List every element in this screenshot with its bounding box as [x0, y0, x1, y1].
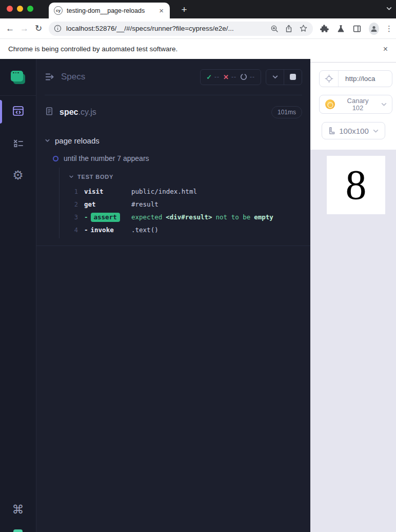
- test-title: until the number 7 appears: [64, 154, 149, 162]
- command-number: 1: [60, 188, 78, 195]
- gear-icon: ⚙: [12, 168, 24, 182]
- runnables: page reloads until the number 7 appears …: [36, 129, 310, 532]
- share-icon[interactable]: [285, 25, 293, 33]
- test-body-title: TEST BODY: [77, 174, 113, 180]
- test-body-header[interactable]: TEST BODY: [60, 174, 302, 180]
- sidebar-item-settings[interactable]: ⚙: [0, 159, 36, 191]
- tab-strip: cy testing-dom__page-reloads × +: [0, 0, 396, 18]
- aut-top-divider: [310, 62, 396, 63]
- specs-list-icon[interactable]: [45, 71, 56, 83]
- command-message: .text(): [131, 226, 159, 234]
- reporter-header: Specs ✓ -- ✕ -- --: [36, 59, 310, 95]
- url-text[interactable]: localhost:52876/__/#/specs/runner?file=c…: [66, 25, 264, 32]
- command-name: visit: [84, 188, 127, 195]
- ruler-icon: [327, 127, 335, 135]
- checklist-icon: [12, 137, 24, 151]
- test-body-chevron-icon: [69, 174, 74, 179]
- stat-failed: ✕ --: [223, 73, 236, 81]
- sidebar-item-runs[interactable]: [0, 128, 36, 159]
- forward-icon[interactable]: →: [19, 22, 30, 35]
- test-row[interactable]: until the number 7 appears: [53, 154, 302, 162]
- test-stats: ✓ -- ✕ -- --: [200, 69, 261, 85]
- command-number: 4: [60, 227, 78, 234]
- passed-check-icon: ✓: [206, 73, 212, 81]
- automation-infobar: Chrome is being controlled by automated …: [0, 38, 396, 59]
- aut-panel: http://loca Canary102 100x100: [310, 59, 396, 532]
- keyboard-shortcuts-icon[interactable]: ⌘: [12, 503, 24, 516]
- browser-toolbar: ← → ↻ localhost:52876/__/#/specs/runner?…: [0, 18, 396, 38]
- code-window-icon: [12, 105, 25, 119]
- address-bar[interactable]: localhost:52876/__/#/specs/runner?file=c…: [49, 22, 313, 36]
- back-icon[interactable]: ←: [5, 22, 16, 35]
- tab-title: testing-dom__page-reloads: [67, 7, 158, 14]
- reporter-title[interactable]: Specs: [61, 72, 200, 82]
- zoom-icon[interactable]: [270, 25, 279, 33]
- side-panel-icon[interactable]: [352, 24, 362, 33]
- infobar-close-icon[interactable]: ×: [383, 45, 388, 54]
- sidebar-footer-accent: [13, 529, 23, 532]
- active-indicator: [0, 100, 2, 124]
- commands-bottom-divider: [36, 245, 310, 246]
- assert-badge: assert: [91, 213, 120, 222]
- close-window-button[interactable]: [7, 6, 13, 12]
- aut-viewport-area: 8: [310, 150, 396, 532]
- reload-icon[interactable]: ↻: [33, 22, 44, 35]
- browser-tab[interactable]: cy testing-dom__page-reloads ×: [49, 3, 170, 18]
- command-row-visit[interactable]: 1 visit public/index.html: [60, 185, 302, 198]
- bookmark-star-icon[interactable]: [299, 24, 308, 33]
- command-number: 2: [60, 201, 78, 208]
- new-tab-button[interactable]: +: [177, 3, 191, 16]
- sidebar-item-specs[interactable]: [0, 96, 36, 128]
- failed-cross-icon: ✕: [223, 73, 229, 81]
- spec-name: spec.cy.js: [60, 108, 271, 117]
- result-number: 8: [346, 164, 367, 206]
- viewport-select[interactable]: 100x100: [322, 122, 385, 139]
- browser-select-label: Canary102: [335, 97, 381, 112]
- extensions-puzzle-icon[interactable]: [320, 24, 329, 33]
- stat-pending: --: [240, 73, 255, 80]
- spec-duration-badge: 101ms: [271, 106, 302, 118]
- collapse-chevron-icon[interactable]: [266, 70, 284, 85]
- stat-passed: ✓ --: [206, 73, 220, 81]
- test-body-block: TEST BODY 1 visit public/index.html 2 ge…: [59, 168, 302, 238]
- infobar-message: Chrome is being controlled by automated …: [8, 45, 383, 53]
- sidebar: ⚙ ⌘: [0, 59, 36, 532]
- spec-file-icon: [45, 107, 54, 118]
- flask-icon[interactable]: [336, 24, 345, 33]
- fullscreen-window-button[interactable]: [27, 6, 33, 12]
- canary-browser-icon: [325, 99, 335, 109]
- pending-circle-icon: [240, 73, 247, 80]
- command-name: -invoke: [84, 226, 127, 234]
- aut-iframe[interactable]: 8: [327, 156, 385, 214]
- cypress-favicon-icon: cy: [54, 6, 63, 15]
- suite-chevron-icon: [45, 138, 50, 144]
- stop-button[interactable]: [284, 70, 302, 85]
- command-name: get: [84, 200, 127, 208]
- aut-url-text[interactable]: http://loca: [339, 75, 375, 83]
- suite-title: page reloads: [55, 136, 100, 145]
- minimize-window-button[interactable]: [17, 6, 23, 12]
- run-controls: [266, 69, 302, 85]
- tab-close-icon[interactable]: ×: [158, 7, 165, 14]
- aut-url-bar[interactable]: http://loca: [319, 70, 392, 87]
- window-controls: [7, 6, 33, 12]
- suite-row[interactable]: page reloads: [45, 134, 302, 148]
- command-row-invoke[interactable]: 4 -invoke .text(): [60, 223, 302, 236]
- browser-select-chevron-icon: [381, 101, 387, 108]
- selector-playground-icon[interactable]: [320, 71, 339, 87]
- tab-search-chevron-icon[interactable]: [386, 5, 392, 14]
- site-info-icon[interactable]: [54, 25, 62, 32]
- cypress-logo[interactable]: [0, 59, 36, 96]
- command-number: 3: [60, 214, 78, 221]
- assert-message: expected<div#result>not to beempty: [131, 213, 273, 221]
- spec-row[interactable]: spec.cy.js 101ms: [36, 95, 310, 129]
- screen: cy testing-dom__page-reloads × + ← → ↻ l…: [0, 0, 396, 532]
- browser-menu-icon[interactable]: ⋮: [385, 24, 393, 33]
- profile-avatar[interactable]: [369, 23, 379, 35]
- test-running-icon: [53, 156, 58, 161]
- command-row-get[interactable]: 2 get #result: [60, 198, 302, 211]
- stop-square-icon: [290, 74, 296, 80]
- command-name: -assert: [84, 213, 127, 221]
- command-row-assert[interactable]: 3 -assert expected<div#result>not to bee…: [60, 211, 302, 223]
- browser-select[interactable]: Canary102: [319, 95, 392, 114]
